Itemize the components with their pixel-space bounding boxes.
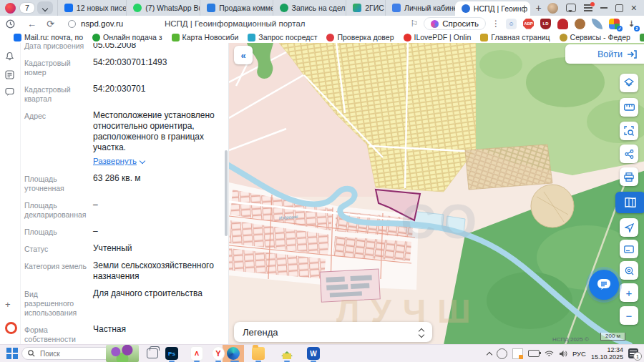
new-tab-button[interactable]: + bbox=[530, 2, 547, 14]
add-panel-icon[interactable]: + bbox=[5, 299, 11, 310]
bookmark-label: Сервисы - Федер bbox=[570, 33, 630, 41]
attribute-value: 54:20:030701:1493 bbox=[93, 57, 167, 77]
taskbar-search[interactable] bbox=[21, 347, 116, 360]
account-icon bbox=[392, 4, 401, 12]
tray-chevron-icon[interactable] bbox=[487, 351, 492, 357]
tab-account[interactable]: Личный кабинет bbox=[385, 0, 455, 16]
tab-counter[interactable]: 7 bbox=[20, 3, 34, 13]
downloads-icon[interactable]: ⇣2 bbox=[626, 19, 637, 29]
bell-icon[interactable] bbox=[5, 52, 14, 61]
clock[interactable]: 12:3415.10.2025 bbox=[591, 346, 623, 361]
map-canvas[interactable]: Издревая bbox=[229, 43, 644, 345]
basemap-button-active[interactable] bbox=[615, 192, 644, 213]
profile-extension-icon[interactable]: ☺ bbox=[506, 19, 517, 29]
bookmark-item[interactable]: Запрос посредст bbox=[248, 33, 317, 41]
back-button[interactable]: ← bbox=[27, 19, 36, 29]
legend-bar[interactable]: Легенда bbox=[234, 322, 432, 342]
zoom-out-button[interactable]: − bbox=[620, 306, 638, 325]
bookmark-item[interactable]: ILovePDF | Onlin bbox=[404, 33, 472, 41]
maximize-button[interactable] bbox=[615, 4, 623, 12]
address-search-button[interactable] bbox=[620, 261, 638, 280]
dialogs-icon[interactable] bbox=[566, 4, 576, 12]
object-card-button[interactable] bbox=[620, 240, 638, 258]
tabs-dropdown-button[interactable] bbox=[37, 1, 53, 14]
bookmark-item[interactable]: Карта Новосиби bbox=[172, 33, 239, 41]
photoshop-app-button[interactable]: Ps bbox=[165, 347, 178, 360]
menu-icon[interactable] bbox=[584, 4, 592, 11]
layers-button[interactable] bbox=[620, 74, 638, 92]
share-button[interactable] bbox=[620, 145, 638, 163]
tab-mail[interactable]: 12 новых писем bbox=[57, 0, 126, 16]
heart-icon bbox=[404, 34, 411, 41]
network-icon[interactable] bbox=[545, 350, 554, 357]
yandex-app-button[interactable]: Y bbox=[212, 347, 225, 360]
battery-icon[interactable] bbox=[528, 350, 540, 357]
services-icon[interactable] bbox=[5, 70, 14, 79]
search-input[interactable] bbox=[39, 349, 99, 358]
home-app-button[interactable] bbox=[280, 347, 293, 360]
chat-panel-icon[interactable] bbox=[5, 87, 14, 97]
yandex-icon: Y bbox=[212, 346, 225, 361]
browser-logo-icon[interactable] bbox=[5, 3, 16, 14]
chat-fab-button[interactable] bbox=[589, 270, 619, 300]
bookmark-item[interactable]: Главная страниц bbox=[480, 33, 550, 41]
notification-button[interactable]: 1 bbox=[628, 348, 638, 358]
ld-shield-extension-icon[interactable]: LD bbox=[540, 19, 551, 29]
tab-listing[interactable]: Продажа коммер bbox=[200, 0, 272, 16]
more-options-icon[interactable]: ⋮ bbox=[492, 19, 500, 29]
emblem-icon bbox=[480, 34, 488, 41]
bookmark-item[interactable]: Проверка довер bbox=[326, 33, 394, 41]
locate-button[interactable] bbox=[620, 218, 638, 237]
attribute-value: Для дачного строительства bbox=[93, 288, 203, 318]
zoom-in-button[interactable]: + bbox=[620, 283, 638, 302]
bookmark-label: ILovePDF | Onlin bbox=[414, 33, 472, 41]
acrobat-app-button[interactable]: Λ bbox=[190, 347, 203, 360]
tab-2gis[interactable]: 2ГИС bbox=[346, 0, 385, 16]
volume-icon[interactable] bbox=[559, 350, 567, 358]
explorer-app-button[interactable] bbox=[252, 347, 265, 360]
bookmark-item[interactable]: Онлайн подача з bbox=[92, 33, 162, 41]
extensions-puzzle-icon[interactable]: ✓ bbox=[609, 19, 620, 29]
paw-extension-icon[interactable] bbox=[575, 19, 585, 29]
ring-app-icon[interactable] bbox=[5, 322, 17, 334]
login-icon bbox=[627, 50, 637, 59]
tab-deal[interactable]: Запись на сделку bbox=[273, 0, 346, 16]
panel-scrollbar[interactable] bbox=[225, 150, 228, 236]
bookmark-item[interactable]: Сервисы - Федер bbox=[560, 33, 630, 41]
ruler-button[interactable] bbox=[620, 98, 638, 117]
bookmark-flag-icon[interactable]: ⚐ bbox=[410, 19, 418, 29]
start-button[interactable] bbox=[6, 347, 19, 360]
bookmark-item[interactable]: Mail.ru: почта, по bbox=[14, 33, 83, 41]
login-button[interactable]: Войти bbox=[565, 44, 644, 64]
url-text[interactable]: nspd.gov.ru bbox=[81, 19, 123, 28]
adblock-extension-icon[interactable]: ABP bbox=[523, 19, 534, 29]
language-indicator[interactable]: РУС bbox=[572, 350, 586, 358]
site-info-icon[interactable] bbox=[68, 20, 76, 28]
omnibox[interactable]: nspd.gov.ru НСПД | Геоинформационный пор… bbox=[64, 17, 406, 30]
tab-nspd-active[interactable]: НСПД | Геоинф× bbox=[455, 1, 530, 16]
widgets-button[interactable] bbox=[106, 345, 139, 362]
history-icon[interactable] bbox=[6, 19, 15, 29]
green-blob bbox=[526, 57, 605, 107]
ribbon-extension-icon[interactable] bbox=[557, 19, 568, 29]
bookmark-item[interactable]: Карта городов Р bbox=[640, 33, 644, 41]
bookmark-label: Mail.ru: почта, по bbox=[24, 33, 83, 41]
area-search-button[interactable] bbox=[620, 122, 638, 140]
tray-app-icon[interactable] bbox=[497, 348, 507, 359]
minimize-button[interactable] bbox=[600, 7, 608, 9]
collapse-panel-button[interactable]: « bbox=[234, 46, 253, 64]
print-button[interactable] bbox=[620, 167, 638, 186]
ask-button[interactable]: Спросить bbox=[424, 17, 486, 30]
profile-avatar[interactable] bbox=[547, 3, 558, 14]
feather-extension-icon[interactable] bbox=[592, 19, 602, 29]
task-view-button[interactable] bbox=[146, 347, 159, 360]
edge-app-button[interactable] bbox=[227, 347, 240, 360]
tray-photo-icon[interactable] bbox=[512, 348, 523, 359]
listing-icon bbox=[207, 4, 215, 12]
word-app-button[interactable]: W bbox=[307, 347, 320, 360]
legend-toggle-chevron[interactable] bbox=[419, 327, 424, 337]
close-window-button[interactable]: × bbox=[631, 4, 637, 11]
refresh-button[interactable]: ⟳ bbox=[47, 19, 54, 29]
expand-link[interactable]: Развернуть bbox=[93, 156, 145, 167]
tab-whatsapp[interactable]: (7) WhatsApp Bus bbox=[126, 0, 200, 16]
